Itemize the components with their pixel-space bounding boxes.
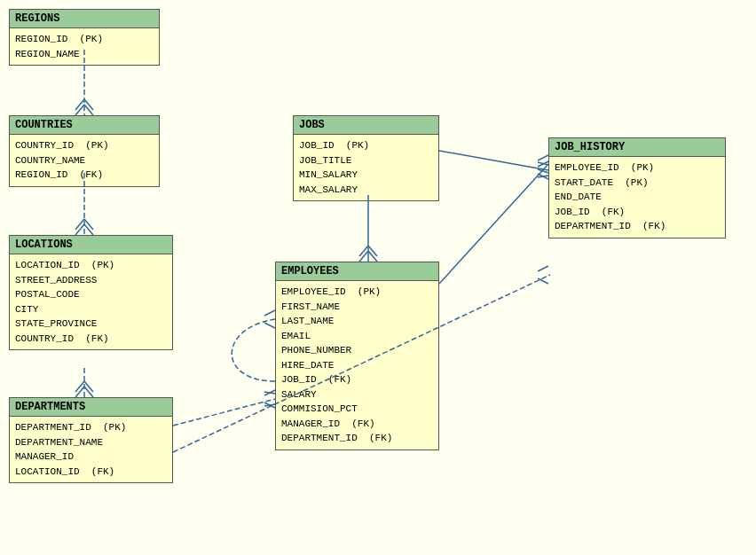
field: START_DATE (PK) — [555, 176, 720, 191]
svg-line-2 — [84, 105, 93, 115]
field: EMPLOYEE_ID (PK) — [555, 160, 720, 176]
entity-countries-body: COUNTRY_ID (PK) COUNTRY_NAME REGION_ID (… — [10, 135, 159, 186]
entity-locations: LOCATIONS LOCATION_ID (PK) STREET_ADDRES… — [9, 235, 173, 350]
svg-line-32 — [264, 403, 275, 408]
field: DEPARTMENT_ID (PK) — [15, 420, 167, 435]
entity-regions-body: REGION_ID (PK) REGION_NAME — [10, 28, 159, 65]
entity-countries: COUNTRIES COUNTRY_ID (PK) COUNTRY_NAME R… — [9, 115, 160, 187]
field: STREET_ADDRESS — [15, 273, 167, 288]
svg-line-37 — [538, 278, 548, 284]
svg-line-4 — [84, 99, 93, 110]
entity-jobs-header: JOBS — [294, 116, 438, 135]
field: MIN_SALARY — [299, 168, 433, 183]
svg-line-26 — [538, 155, 548, 160]
field: JOB_ID (FK) — [555, 205, 720, 220]
field: LOCATION_ID (PK) — [15, 258, 167, 273]
entity-locations-header: LOCATIONS — [10, 236, 172, 254]
field: REGION_ID (PK) — [15, 32, 154, 47]
field: DEPARTMENT_NAME — [15, 435, 167, 450]
field: CITY — [15, 302, 167, 317]
svg-line-12 — [84, 387, 93, 397]
field: JOB_TITLE — [299, 153, 433, 168]
entity-departments-header: DEPARTMENTS — [10, 398, 172, 417]
field: EMPLOYEE_ID (PK) — [281, 285, 433, 300]
field: MAX_SALARY — [299, 183, 433, 198]
svg-line-14 — [84, 381, 93, 392]
svg-line-3 — [75, 99, 84, 110]
entity-employees-body: EMPLOYEE_ID (PK) FIRST_NAME LAST_NAME EM… — [276, 281, 438, 449]
svg-line-9 — [84, 219, 93, 230]
field: COMMISION_PCT — [281, 402, 433, 417]
svg-line-36 — [538, 266, 548, 271]
svg-line-29 — [264, 323, 275, 328]
svg-line-25 — [439, 164, 548, 284]
svg-line-31 — [264, 390, 275, 395]
entity-locations-body: LOCATION_ID (PK) STREET_ADDRESS POSTAL_C… — [10, 254, 172, 349]
svg-line-7 — [84, 224, 93, 235]
entity-departments: DEPARTMENTS DEPARTMENT_ID (PK) DEPARTMEN… — [9, 397, 173, 483]
entity-job-history: JOB_HISTORY EMPLOYEE_ID (PK) START_DATE … — [548, 137, 726, 238]
field: POSTAL_CODE — [15, 287, 167, 302]
svg-line-19 — [368, 246, 377, 256]
entity-regions: REGIONS REGION_ID (PK) REGION_NAME — [9, 9, 160, 66]
erd-diagram: REGIONS REGION_ID (PK) REGION_NAME COUNT… — [0, 0, 756, 555]
svg-line-33 — [264, 392, 275, 394]
field: EMAIL — [281, 329, 433, 344]
entity-departments-body: DEPARTMENT_ID (PK) DEPARTMENT_NAME MANAG… — [10, 417, 172, 482]
svg-line-28 — [264, 310, 275, 316]
entity-jobs-body: JOB_ID (PK) JOB_TITLE MIN_SALARY MAX_SAL… — [294, 135, 438, 200]
field: JOB_ID (FK) — [281, 372, 433, 387]
svg-line-22 — [538, 174, 548, 179]
svg-line-23 — [538, 162, 548, 165]
svg-line-11 — [75, 387, 84, 397]
field: DEPARTMENT_ID (FK) — [281, 431, 433, 446]
field: PHONE_NUMBER — [281, 343, 433, 358]
entity-employees: EMPLOYEES EMPLOYEE_ID (PK) FIRST_NAME LA… — [275, 262, 439, 450]
entity-job-history-header: JOB_HISTORY — [549, 138, 725, 157]
field: COUNTRY_NAME — [15, 153, 154, 168]
svg-line-21 — [538, 161, 548, 167]
entity-job-history-body: EMPLOYEE_ID (PK) START_DATE (PK) END_DAT… — [549, 157, 725, 238]
svg-line-13 — [75, 381, 84, 392]
field: FIRST_NAME — [281, 300, 433, 315]
field: SALARY — [281, 387, 433, 403]
field: COUNTRY_ID (FK) — [15, 332, 167, 347]
entity-regions-header: REGIONS — [10, 10, 159, 28]
field: DEPARTMENT_ID (FK) — [555, 219, 720, 234]
svg-line-8 — [75, 219, 84, 230]
field: LOCATION_ID (FK) — [15, 465, 167, 480]
svg-line-34 — [264, 404, 275, 406]
entity-countries-header: COUNTRIES — [10, 116, 159, 135]
svg-line-20 — [439, 151, 548, 170]
svg-line-17 — [368, 251, 377, 262]
field: STATE_PROVINCE — [15, 317, 167, 332]
field: HIRE_DATE — [281, 358, 433, 373]
field: REGION_NAME — [15, 47, 154, 62]
svg-line-1 — [75, 105, 84, 115]
field: MANAGER_ID — [15, 449, 167, 465]
entity-employees-header: EMPLOYEES — [276, 262, 438, 281]
svg-line-18 — [359, 246, 368, 256]
field: COUNTRY_ID (PK) — [15, 138, 154, 153]
field: END_DATE — [555, 190, 720, 205]
svg-line-30 — [173, 399, 275, 426]
entity-jobs: JOBS JOB_ID (PK) JOB_TITLE MIN_SALARY MA… — [293, 115, 439, 201]
svg-line-27 — [538, 169, 548, 173]
field: MANAGER_ID (FK) — [281, 417, 433, 432]
field: LAST_NAME — [281, 314, 433, 329]
field: JOB_ID (PK) — [299, 138, 433, 153]
svg-line-6 — [75, 224, 84, 235]
svg-line-24 — [538, 176, 548, 177]
field: REGION_ID (FK) — [15, 168, 154, 183]
svg-line-16 — [359, 251, 368, 262]
